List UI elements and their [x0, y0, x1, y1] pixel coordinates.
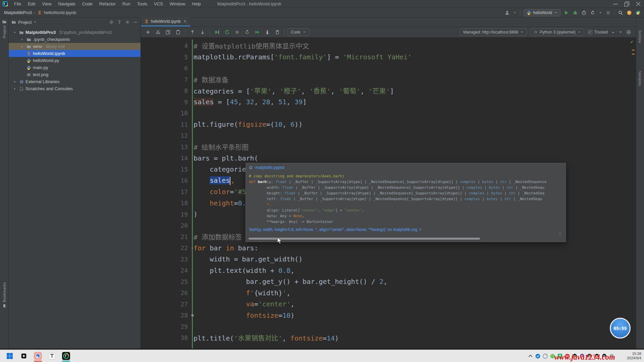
code-line-13[interactable]: 13# 绘制水平条形图	[141, 141, 636, 153]
menu-item-tools[interactable]: Tools	[134, 1, 150, 7]
settings-gear-icon[interactable]	[125, 20, 130, 24]
stripe-variables-button[interactable]: Variables	[636, 71, 644, 86]
code-line-23[interactable]: 23 width = bar.get_width()	[141, 254, 636, 265]
doc-more-options-icon[interactable]: ⋮	[558, 231, 562, 236]
locate-target-icon[interactable]	[109, 20, 114, 24]
interrupt-kernel-button[interactable]	[263, 28, 272, 36]
code-line-22[interactable]: 22for bar in bars:	[141, 242, 636, 254]
code-line-4[interactable]: 4# 设置matplotlib使用黑体显示中文	[141, 40, 636, 52]
gutter-bookmark-icon[interactable]	[191, 313, 195, 317]
ide-settings-icon[interactable]	[635, 10, 641, 15]
menu-item-window[interactable]: Window	[167, 1, 188, 7]
code-line-25[interactable]: 25 bar.get_y() + bar.get_height() / 2,	[141, 276, 636, 288]
collapse-all-icon[interactable]	[117, 20, 122, 24]
code-line-8[interactable]: 8categories = ['苹果', '橙子', '香蕉', '葡萄', '…	[141, 85, 636, 97]
scrollbar-thumb[interactable]	[249, 238, 480, 240]
taskbar-app-salmon-app[interactable]	[33, 351, 43, 361]
recording-timer-widget[interactable]: 05:55	[610, 318, 631, 339]
fold-icon[interactable]	[191, 246, 195, 250]
run-cell-button[interactable]	[213, 28, 221, 36]
collapsed-arrow-icon[interactable]	[12, 80, 17, 84]
quick-doc-popup[interactable]: matplotlib.pyplot # copy docstring and d…	[246, 163, 566, 242]
user-profile-icon[interactable]	[504, 10, 510, 15]
restore-icon[interactable]	[621, 0, 633, 8]
menu-item-refactor[interactable]: Refactor	[96, 1, 119, 7]
expanded-arrow-icon[interactable]	[12, 31, 17, 35]
run-all-button[interactable]	[253, 28, 262, 36]
code-line-6[interactable]: 6	[141, 63, 636, 74]
move-down-button[interactable]	[198, 28, 207, 36]
collapsed-arrow-icon[interactable]	[19, 45, 25, 49]
trusted-checkbox[interactable]: ✓ Trusted	[588, 30, 608, 35]
delete-cell-button[interactable]	[273, 28, 282, 36]
menu-item-view[interactable]: View	[39, 1, 54, 7]
notification-badge-icon[interactable]	[627, 10, 632, 15]
tree-item-helloworld-ipynb[interactable]: helloWorld.ipynb	[9, 50, 141, 57]
menu-item-help[interactable]: Help	[189, 1, 204, 7]
code-line-29[interactable]: 29	[141, 321, 636, 333]
cut-cell-button[interactable]	[154, 28, 162, 36]
collapsed-arrow-icon[interactable]	[12, 87, 17, 91]
jupyter-server-select[interactable]: Managed: http://localhost:8888	[460, 28, 527, 36]
chevron-up-icon[interactable]	[528, 353, 533, 359]
profiler-button[interactable]	[581, 10, 587, 15]
code-line-28[interactable]: 28 fontsize=10)	[141, 310, 636, 321]
code-line-10[interactable]: 10	[141, 108, 636, 119]
menu-item-vcs[interactable]: VCS	[151, 1, 166, 7]
hide-panel-icon[interactable]	[133, 20, 138, 24]
taskbar-clock[interactable]: 15:38 2024/9/4	[627, 352, 641, 360]
run-configuration-select[interactable]: helloWorld	[524, 9, 560, 16]
code-line-7[interactable]: 7# 数据准备	[141, 74, 636, 85]
move-up-button[interactable]	[188, 28, 197, 36]
copy-cell-button[interactable]	[164, 28, 172, 36]
tree-item-scratches-and-consoles[interactable]: Scratches and Consoles	[9, 85, 141, 92]
code-line-14[interactable]: 14bars = plt.barh(	[141, 153, 636, 164]
paste-cell-button[interactable]	[174, 28, 182, 36]
menu-item-code[interactable]: Code	[79, 1, 96, 7]
search-everywhere-icon[interactable]	[618, 10, 623, 15]
tab-close-icon[interactable]: ✕	[183, 19, 187, 24]
add-cell-button[interactable]	[144, 28, 152, 36]
tree-item-helloworld-py[interactable]: helloWorld.py	[9, 57, 141, 64]
kernel-select[interactable]: Python 3 (ipykernel)	[530, 28, 584, 36]
code-line-30[interactable]: 30plt.title('水果销售对比', fontsize=14)	[141, 332, 636, 344]
code-line-11[interactable]: 11plt.figure(figsize=(10, 6))	[141, 119, 636, 130]
breadcrumb-file[interactable]: helloWorld.ipynb	[44, 10, 76, 15]
run-with-coverage-button[interactable]	[590, 10, 595, 15]
code-line-27[interactable]: 27 va='center',	[141, 299, 636, 310]
breadcrumb-project[interactable]: MatplotlibPro3	[4, 10, 32, 15]
chevron-down-icon[interactable]	[513, 11, 517, 14]
code-line-24[interactable]: 24 plt.text(width + 0.8,	[141, 265, 636, 276]
menu-item-file[interactable]: File	[11, 1, 24, 7]
menu-item-navigate[interactable]: Navigate	[55, 1, 78, 7]
stripe-project-button[interactable]: Project	[0, 19, 9, 38]
chevron-down-icon[interactable]	[599, 11, 602, 14]
next-cell-icon[interactable]	[619, 30, 623, 34]
code-line-5[interactable]: 5matplotlib.rcParams['font.family'] = 'M…	[141, 52, 636, 63]
tree-item-venv[interactable]: venvlibrary root	[9, 43, 141, 50]
close-icon[interactable]	[633, 0, 644, 8]
taskbar-app-pycharm-app[interactable]	[61, 351, 71, 361]
inspections-ok-icon[interactable]: ✔	[631, 39, 633, 44]
minimize-icon[interactable]	[610, 0, 621, 8]
stripe-sciview-button[interactable]: SciView	[636, 30, 644, 43]
cell-type-select[interactable]: Code	[287, 28, 309, 36]
doc-popup-scrollbar[interactable]	[246, 238, 566, 240]
taskbar-app-start[interactable]	[5, 351, 15, 361]
tree-item--ipynb-checkpoints[interactable]: .ipynb_checkpoints	[9, 36, 141, 43]
doc-external-link[interactable]: 'barh(y, width, height=0.8, left=None, *…	[249, 227, 562, 232]
restart-kernel-button[interactable]	[223, 28, 231, 36]
debug-button[interactable]	[573, 10, 578, 15]
code-line-26[interactable]: 26 f'{width}',	[141, 287, 636, 299]
tree-item-main-py[interactable]: main.py	[9, 64, 141, 71]
chevron-down-icon[interactable]	[34, 20, 37, 24]
tray-blue-icon[interactable]	[535, 353, 541, 359]
project-panel-title[interactable]: Project	[18, 20, 32, 25]
stop-kernel-button[interactable]	[233, 28, 241, 36]
tree-item-external-libraries[interactable]: External Libraries	[9, 78, 141, 85]
code-line-9[interactable]: 9sales = [45, 32, 28, 51, 39]	[141, 97, 636, 108]
tree-item-matplotlibpro3[interactable]: MatplotlibPro3D:\python_pro\MatplotlibPr…	[9, 29, 141, 36]
previous-cell-icon[interactable]	[611, 30, 615, 34]
taskbar-app-black-clover[interactable]	[19, 351, 29, 361]
tray-swirl-icon[interactable]	[542, 353, 548, 359]
